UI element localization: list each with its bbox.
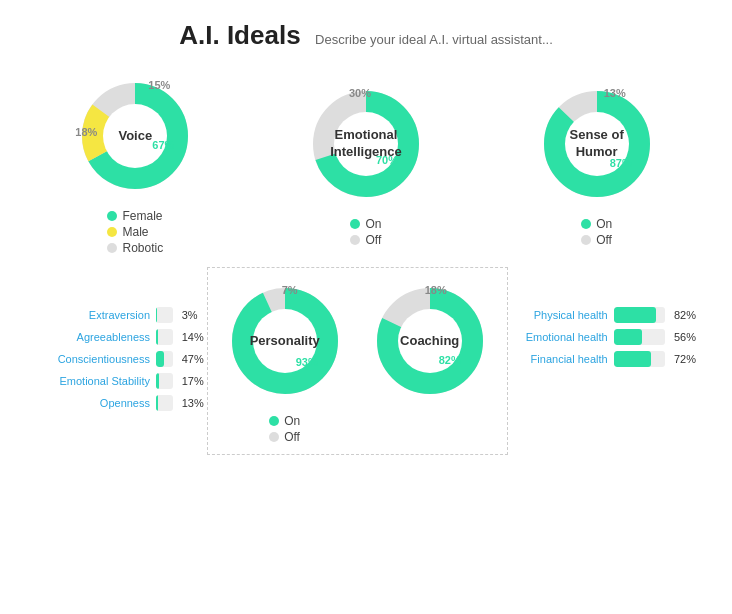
emotional-intelligence-donut: EmotionalIntelligence 70% 30%	[301, 79, 431, 209]
ei-off-dot	[350, 235, 360, 245]
ei-on-dot	[350, 219, 360, 229]
bar-fill-conscientiousness	[156, 351, 164, 367]
female-dot	[107, 211, 117, 221]
right-bar-fill-financial	[614, 351, 651, 367]
voice-pct-green: 67%	[152, 139, 174, 151]
bar-fill-emotional-stability	[156, 373, 159, 389]
bar-track-agreeableness	[156, 329, 173, 345]
coaching-pct-green: 82%	[439, 354, 461, 366]
bar-label-openness: Openness	[30, 397, 150, 409]
legend-ei-on: On	[350, 217, 381, 231]
robotic-dot	[107, 243, 117, 253]
male-label: Male	[122, 225, 148, 239]
right-bar-label-physical: Physical health	[508, 309, 608, 321]
sense-of-humor-donut: Sense ofHumor 87% 13%	[532, 79, 662, 209]
personality-donut: Personality 93% 7%	[220, 276, 350, 406]
bar-track-emotional-stability	[156, 373, 173, 389]
ei-pct-gray: 30%	[349, 87, 371, 99]
soh-on-label: On	[596, 217, 612, 231]
personality-off-dot	[269, 432, 279, 442]
personality-off-label: Off	[284, 430, 300, 444]
bar-track-openness	[156, 395, 173, 411]
svg-point-6	[334, 112, 398, 176]
coaching-chart: Coaching 82% 18%	[365, 276, 495, 446]
page-subtitle: Describe your ideal A.I. virtual assista…	[315, 32, 553, 47]
soh-pct-gray: 13%	[604, 87, 626, 99]
header: A.I. Ideals Describe your ideal A.I. vir…	[20, 20, 712, 51]
personality-coaching-box: Personality 93% 7% On Off	[207, 267, 508, 455]
soh-pct-green: 87%	[610, 157, 632, 169]
voice-donut: Voice 67% 18% 15%	[70, 71, 200, 201]
charts-row-1: Voice 67% 18% 15% Female Male Robotic	[20, 71, 712, 257]
right-bar-label-emotional: Emotional health	[508, 331, 608, 343]
bar-label-extraversion: Extraversion	[30, 309, 150, 321]
legend-robotic: Robotic	[107, 241, 163, 255]
bar-conscientiousness: Conscientiousness 47%	[30, 351, 207, 367]
personality-chart: Personality 93% 7% On Off	[220, 276, 350, 446]
right-bar-track-emotional	[614, 329, 665, 345]
page-title: A.I. Ideals	[179, 20, 300, 50]
bar-openness: Openness 13%	[30, 395, 207, 411]
soh-on-dot	[581, 219, 591, 229]
personality-legend: On Off	[269, 414, 300, 446]
bar-fill-agreeableness	[156, 329, 158, 345]
bar-fill-extraversion	[156, 307, 157, 323]
emotional-intelligence-chart: EmotionalIntelligence 70% 30% On Off	[301, 79, 431, 249]
personality-pct-green: 93%	[296, 356, 318, 368]
robotic-label: Robotic	[122, 241, 163, 255]
right-bar-pct-financial: 72%	[674, 353, 702, 365]
ei-on-label: On	[365, 217, 381, 231]
soh-off-label: Off	[596, 233, 612, 247]
svg-point-3	[103, 104, 167, 168]
legend-soh-on: On	[581, 217, 612, 231]
bar-fill-openness	[156, 395, 158, 411]
legend-female: Female	[107, 209, 163, 223]
soh-legend: On Off	[581, 217, 612, 249]
right-bar-financial: Financial health 72%	[508, 351, 702, 367]
right-bar-pct-physical: 82%	[674, 309, 702, 321]
right-bar-emotional: Emotional health 56%	[508, 329, 702, 345]
bar-pct-extraversion: 3%	[182, 309, 207, 321]
coaching-bars: Physical health 82% Emotional health 56%…	[508, 307, 702, 367]
voice-chart: Voice 67% 18% 15% Female Male Robotic	[70, 71, 200, 257]
bar-agreeableness: Agreeableness 14%	[30, 329, 207, 345]
bar-extraversion: Extraversion 3%	[30, 307, 207, 323]
female-label: Female	[122, 209, 162, 223]
legend-personality-off: Off	[269, 430, 300, 444]
bar-track-extraversion	[156, 307, 173, 323]
right-bar-fill-physical	[614, 307, 656, 323]
voice-pct-yellow: 18%	[75, 126, 97, 138]
personality-on-label: On	[284, 414, 300, 428]
legend-soh-off: Off	[581, 233, 612, 247]
voice-pct-gray: 15%	[148, 79, 170, 91]
right-bar-track-financial	[614, 351, 665, 367]
ei-off-label: Off	[365, 233, 381, 247]
legend-ei-off: Off	[350, 233, 381, 247]
bar-pct-agreeableness: 14%	[182, 331, 207, 343]
male-dot	[107, 227, 117, 237]
sense-of-humor-chart: Sense ofHumor 87% 13% On Off	[532, 79, 662, 249]
personality-pct-gray: 7%	[282, 284, 298, 296]
bar-track-conscientiousness	[156, 351, 173, 367]
right-bar-physical: Physical health 82%	[508, 307, 702, 323]
right-bar-pct-emotional: 56%	[674, 331, 702, 343]
right-bar-label-financial: Financial health	[508, 353, 608, 365]
bar-pct-openness: 13%	[182, 397, 207, 409]
legend-personality-on: On	[269, 414, 300, 428]
bar-pct-conscientiousness: 47%	[182, 353, 207, 365]
bar-label-emotional-stability: Emotional Stability	[30, 375, 150, 387]
page: A.I. Ideals Describe your ideal A.I. vir…	[0, 0, 732, 465]
soh-off-dot	[581, 235, 591, 245]
bar-label-agreeableness: Agreeableness	[30, 331, 150, 343]
voice-legend: Female Male Robotic	[107, 209, 163, 257]
right-bar-fill-emotional	[614, 329, 643, 345]
coaching-pct-gray: 18%	[425, 284, 447, 296]
legend-male: Male	[107, 225, 163, 239]
bar-label-conscientiousness: Conscientiousness	[30, 353, 150, 365]
personality-bars: Extraversion 3% Agreeableness 14% Consci…	[30, 307, 207, 411]
bar-pct-emotional-stability: 17%	[182, 375, 207, 387]
personality-on-dot	[269, 416, 279, 426]
ei-legend: On Off	[350, 217, 381, 249]
ei-pct-green: 70%	[376, 154, 398, 166]
right-bar-track-physical	[614, 307, 665, 323]
